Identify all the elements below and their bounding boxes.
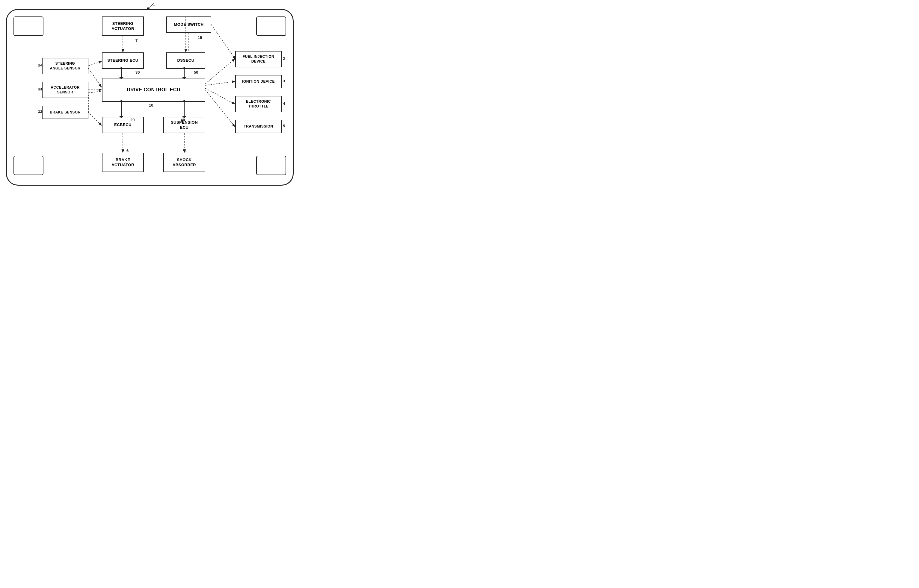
brake-sensor-box: BRAKE SENSOR: [42, 106, 88, 119]
num-14: 14: [38, 63, 42, 67]
num-4: 4: [283, 101, 285, 106]
shock-absorber-box: SHOCKABSORBER: [163, 153, 205, 172]
num-3: 3: [283, 79, 285, 83]
transmission-box: TRANSMISSION: [235, 120, 282, 133]
ignition-device-box: IGNITION DEVICE: [235, 75, 282, 88]
svg-line-0: [147, 3, 153, 10]
diagram-container: 1 STEERINGACTUATOR 7 MODE SWITCH 15 STEE…: [0, 0, 300, 192]
steering-angle-sensor-box: STEERINGANGLE SENSOR: [42, 58, 88, 74]
num-6: 6: [126, 149, 128, 153]
corner-tr: [256, 16, 286, 36]
num-12: 12: [38, 109, 42, 114]
num-20: 20: [130, 118, 135, 122]
num-8: 8: [184, 149, 186, 153]
num-40: 40: [181, 118, 185, 122]
corner-tl: [13, 16, 44, 36]
drive-control-ecu-box: DRIVE CONTROL ECU: [102, 78, 205, 102]
ecbecu-box: ECBECU: [102, 117, 144, 133]
num-10: 10: [149, 103, 153, 107]
brake-actuator-box: BRAKEACTUATOR: [102, 153, 144, 172]
corner-br: [256, 156, 286, 175]
num-50: 50: [194, 70, 198, 74]
steering-ecu-box: STEERING ECU: [102, 52, 144, 69]
steering-actuator-box: STEERINGACTUATOR: [102, 16, 144, 36]
num-5: 5: [283, 124, 285, 128]
num-2: 2: [283, 56, 285, 61]
mode-switch-box: MODE SWITCH: [166, 16, 211, 33]
corner-bl: [13, 156, 44, 175]
dssecu-box: DSSECU: [166, 52, 205, 69]
accelerator-sensor-box: ACCELERATORSENSOR: [42, 82, 88, 98]
diagram-number: 1: [153, 2, 155, 7]
num-7: 7: [135, 38, 138, 43]
electronic-throttle-box: ELECTRONICTHROTTLE: [235, 96, 282, 112]
num-15: 15: [198, 36, 202, 40]
num-30: 30: [135, 70, 139, 74]
fuel-injection-box: FUEL INJECTIONDEVICE: [235, 51, 282, 67]
num-11: 11: [38, 87, 42, 91]
